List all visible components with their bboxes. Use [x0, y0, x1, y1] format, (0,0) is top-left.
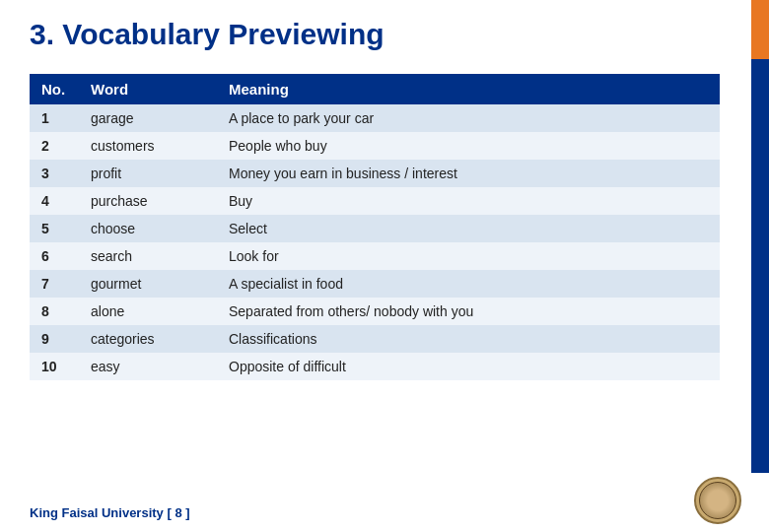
table-row: 2customersPeople who buy	[30, 132, 720, 160]
logo-inner	[699, 482, 736, 519]
cell-word: alone	[79, 298, 217, 325]
cell-no: 2	[30, 132, 79, 160]
cell-no: 6	[30, 242, 79, 270]
cell-meaning: A specialist in food	[217, 270, 720, 298]
table-header-row: No. Word Meaning	[30, 74, 720, 104]
table-row: 8aloneSeparated from others/ nobody with…	[30, 298, 720, 325]
vocabulary-table-container: No. Word Meaning 1garageA place to park …	[30, 74, 720, 478]
cell-meaning: A place to park your car	[217, 104, 720, 132]
page-container: 3. Vocabulary Previewing No. Word Meanin…	[0, 0, 769, 532]
cell-meaning: Look for	[217, 242, 720, 270]
cell-word: choose	[79, 215, 217, 242]
cell-meaning: Opposite of difficult	[217, 353, 720, 380]
cell-no: 1	[30, 104, 79, 132]
table-row: 10easyOpposite of difficult	[30, 353, 720, 380]
col-header-word: Word	[79, 74, 217, 104]
university-logo	[694, 477, 741, 524]
cell-word: categories	[79, 325, 217, 353]
table-row: 5chooseSelect	[30, 215, 720, 242]
cell-word: search	[79, 242, 217, 270]
table-row: 7gourmetA specialist in food	[30, 270, 720, 298]
vocabulary-table: No. Word Meaning 1garageA place to park …	[30, 74, 720, 380]
cell-no: 5	[30, 215, 79, 242]
cell-meaning: Select	[217, 215, 720, 242]
table-row: 4purchaseBuy	[30, 187, 720, 215]
col-header-no: No.	[30, 74, 79, 104]
cell-meaning: Separated from others/ nobody with you	[217, 298, 720, 325]
cell-meaning: Buy	[217, 187, 720, 215]
cell-no: 8	[30, 298, 79, 325]
university-name: King Faisal University	[30, 505, 164, 520]
cell-no: 9	[30, 325, 79, 353]
table-row: 1garageA place to park your car	[30, 104, 720, 132]
footer-close-bracket: ]	[185, 505, 189, 520]
cell-word: easy	[79, 353, 217, 380]
table-row: 6searchLook for	[30, 242, 720, 270]
cell-meaning: Classifications	[217, 325, 720, 353]
table-row: 9categoriesClassifications	[30, 325, 720, 353]
cell-word: garage	[79, 104, 217, 132]
cell-meaning: People who buy	[217, 132, 720, 160]
cell-word: profit	[79, 160, 217, 187]
cell-no: 4	[30, 187, 79, 215]
cell-meaning: Money you earn in business / interest	[217, 160, 720, 187]
cell-no: 7	[30, 270, 79, 298]
page-number: 8	[175, 505, 181, 520]
accent-bar-blue	[751, 59, 769, 473]
col-header-meaning: Meaning	[217, 74, 720, 104]
footer: King Faisal University [ 8 ]	[30, 505, 190, 520]
cell-word: customers	[79, 132, 217, 160]
cell-no: 10	[30, 353, 79, 380]
cell-word: purchase	[79, 187, 217, 215]
page-title: 3. Vocabulary Previewing	[30, 18, 384, 51]
accent-bar-orange	[751, 0, 769, 59]
cell-no: 3	[30, 160, 79, 187]
table-row: 3profitMoney you earn in business / inte…	[30, 160, 720, 187]
cell-word: gourmet	[79, 270, 217, 298]
